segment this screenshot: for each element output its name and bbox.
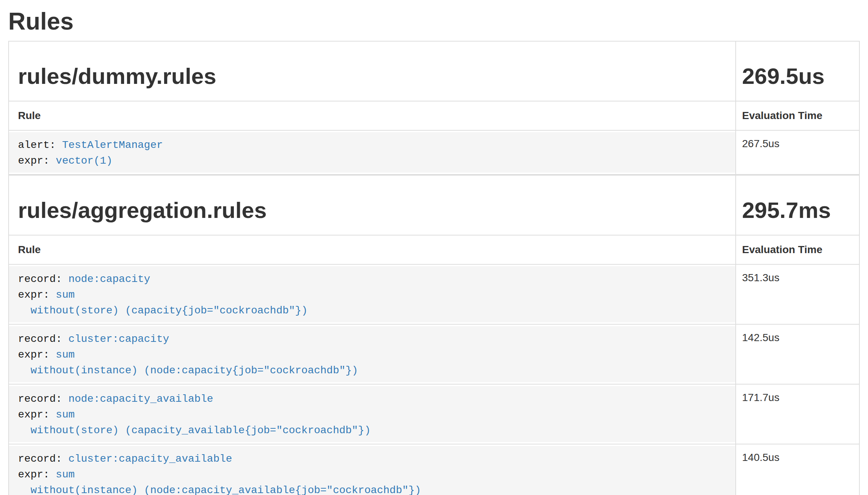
rule-row: alert: TestAlertManagerexpr: vector(1) 2… xyxy=(9,130,859,174)
rule-key-label: expr: xyxy=(18,409,49,420)
rule-key-label: expr: xyxy=(18,155,49,167)
record-name-link[interactable]: node:capacity_available xyxy=(68,393,213,405)
rule-key-label: expr: xyxy=(18,289,49,301)
rule-group-name: rules/aggregation.rules xyxy=(18,198,729,223)
rule-key-label: expr: xyxy=(18,469,49,480)
rule-definition: record: node:capacity_availableexpr: sum… xyxy=(9,386,735,442)
rule-evaluation-time: 140.5us xyxy=(736,444,859,495)
evaluation-time-column-header: Evaluation Time xyxy=(736,101,859,130)
rule-key-label: alert: xyxy=(18,139,56,151)
record-name-link[interactable]: cluster:capacity xyxy=(68,333,169,345)
rule-key-label: expr: xyxy=(18,349,49,361)
rule-group-table: rules/dummy.rules 269.5us Rule Evaluatio… xyxy=(8,41,860,175)
rule-expr-link[interactable]: sum xyxy=(56,469,75,480)
rule-expr-link[interactable]: without(store) (capacity{job="cockroachd… xyxy=(18,305,308,316)
rule-expr-link[interactable]: without(instance) (node:capacity{job="co… xyxy=(18,365,358,376)
record-name-link[interactable]: cluster:capacity_available xyxy=(68,453,232,465)
rule-key-label: record: xyxy=(18,333,62,345)
rule-evaluation-time: 267.5us xyxy=(736,130,859,174)
rule-groups-list: rules/dummy.rules 269.5us Rule Evaluatio… xyxy=(8,41,860,495)
alert-name-link[interactable]: TestAlertManager xyxy=(62,139,163,151)
rule-expr-link[interactable]: sum xyxy=(56,349,75,361)
rule-row: record: cluster:capacity_availableexpr: … xyxy=(9,444,859,495)
rule-evaluation-time: 351.3us xyxy=(736,264,859,324)
rule-code-line: expr: sum xyxy=(18,407,726,423)
column-header-row: Rule Evaluation Time xyxy=(9,235,859,264)
rule-row: record: node:capacity_availableexpr: sum… xyxy=(9,384,859,444)
rule-row: record: cluster:capacityexpr: sum withou… xyxy=(9,324,859,384)
rule-code-line: without(instance) (node:capacity_availab… xyxy=(18,483,726,495)
rule-group-header-row: rules/aggregation.rules 295.7ms xyxy=(9,175,859,235)
rule-definition: record: node:capacityexpr: sum without(s… xyxy=(9,266,735,322)
rule-expr-link[interactable]: without(store) (capacity_available{job="… xyxy=(18,425,371,436)
rule-code-line: without(instance) (node:capacity{job="co… xyxy=(18,363,726,379)
rule-code-line: expr: sum xyxy=(18,287,726,303)
rule-code-line: record: node:capacity xyxy=(18,271,726,287)
rule-column-header: Rule xyxy=(9,101,736,130)
rule-key-label: record: xyxy=(18,453,62,465)
rule-group-name: rules/dummy.rules xyxy=(18,64,729,89)
rule-group-table: rules/aggregation.rules 295.7ms Rule Eva… xyxy=(8,175,860,495)
rule-group-evaluation-time: 269.5us xyxy=(742,64,853,89)
rule-code-line: record: cluster:capacity_available xyxy=(18,451,726,467)
rule-code-line: without(store) (capacity{job="cockroachd… xyxy=(18,303,726,319)
rule-code-line: record: node:capacity_available xyxy=(18,391,726,407)
rule-key-label: record: xyxy=(18,393,62,405)
rule-group-evaluation-time: 295.7ms xyxy=(742,198,853,223)
rule-definition: record: cluster:capacity_availableexpr: … xyxy=(9,446,735,495)
rule-row: record: node:capacityexpr: sum without(s… xyxy=(9,264,859,324)
rule-definition: record: cluster:capacityexpr: sum withou… xyxy=(9,326,735,382)
rule-expr-link[interactable]: sum xyxy=(56,409,75,420)
evaluation-time-column-header: Evaluation Time xyxy=(736,235,859,264)
rule-expr-link[interactable]: sum xyxy=(56,289,75,301)
rule-group-header-row: rules/dummy.rules 269.5us xyxy=(9,41,859,101)
rule-evaluation-time: 171.7us xyxy=(736,384,859,444)
rule-definition: alert: TestAlertManagerexpr: vector(1) xyxy=(9,132,735,173)
rule-code-line: expr: sum xyxy=(18,347,726,363)
page-title: Rules xyxy=(8,9,860,34)
rule-expr-link[interactable]: vector(1) xyxy=(56,155,112,167)
rule-code-line: record: cluster:capacity xyxy=(18,331,726,347)
column-header-row: Rule Evaluation Time xyxy=(9,101,859,130)
rule-expr-link[interactable]: without(instance) (node:capacity_availab… xyxy=(18,485,421,495)
rule-evaluation-time: 142.5us xyxy=(736,324,859,384)
rule-column-header: Rule xyxy=(9,235,736,264)
rule-key-label: record: xyxy=(18,273,62,285)
rule-code-line: expr: sum xyxy=(18,467,726,483)
rule-code-line: without(store) (capacity_available{job="… xyxy=(18,423,726,438)
rule-code-line: alert: TestAlertManager xyxy=(18,137,726,153)
rule-code-line: expr: vector(1) xyxy=(18,153,726,169)
rules-page: Rules rules/dummy.rules 269.5us Rule Eva… xyxy=(0,9,868,495)
record-name-link[interactable]: node:capacity xyxy=(68,273,150,285)
